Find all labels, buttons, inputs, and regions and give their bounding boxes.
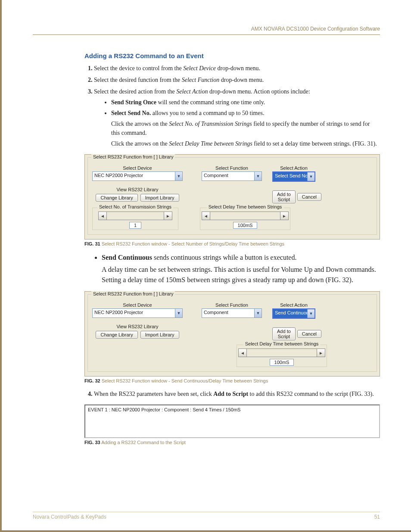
bullet-send-continuous: Send Continuous sends continuous strings… (102, 252, 380, 285)
event-line: EVENT 1 : NEC NP2000 Projector : Compone… (88, 407, 377, 412)
change-library-button[interactable]: Change Library (96, 331, 137, 339)
select-device-combo[interactable]: NEC NP2000 Projector ▼ (92, 308, 183, 318)
select-action-combo[interactable]: Select Send No. ▼ (272, 171, 315, 182)
figure-33-caption: FIG. 33 Adding a RS232 Command to the Sc… (84, 440, 380, 445)
figure-32-caption: FIG. 32 Select RS232 Function window - S… (84, 378, 380, 383)
arrow-right-icon[interactable]: ► (164, 212, 172, 220)
groupbox-title: Select RS232 Function from [ ] Library (91, 291, 175, 296)
delay-time-value: 100mS (233, 222, 258, 229)
transmission-strings-spinner[interactable]: ◄ ► (98, 212, 172, 220)
arrow-left-icon[interactable]: ◄ (239, 349, 247, 357)
arrow-left-icon[interactable]: ◄ (99, 212, 107, 220)
select-function-combo[interactable]: Component ▼ (202, 171, 262, 181)
chevron-down-icon: ▼ (307, 309, 314, 318)
label-select-action: Select Action (272, 165, 315, 171)
step-3: Select the desired action from the Selec… (94, 87, 380, 148)
step-1: Select the device to control from the Se… (94, 64, 380, 73)
section-title: Adding a RS232 Command to an Event (84, 52, 380, 59)
figure-31: Select RS232 Function from [ ] Library S… (84, 154, 380, 240)
select-function-combo[interactable]: Component ▼ (202, 308, 262, 318)
delay-time-value: 100mS (270, 359, 294, 366)
label-select-device: Select Device (92, 302, 183, 308)
arrow-right-icon[interactable]: ► (317, 349, 325, 357)
cancel-button[interactable]: Cancel (297, 193, 321, 201)
figure-31-caption: FIG. 31 Select RS232 Function window - S… (84, 241, 380, 246)
view-rs232-library-label: View RS232 Library (92, 187, 183, 192)
label-select-function: Select Function (202, 302, 262, 308)
select-device-combo[interactable]: NEC NP2000 Projector ▼ (92, 171, 183, 181)
delay-time-spinner[interactable]: ◄ ► (202, 212, 289, 220)
import-library-button[interactable]: Import Library (140, 331, 179, 339)
label-select-function: Select Function (202, 165, 262, 171)
delay-time-label: Select Delay Time between Strings (243, 341, 321, 346)
change-library-button[interactable]: Change Library (96, 194, 137, 202)
step-4: When the RS232 parameters have been set,… (94, 389, 380, 398)
footer-left: Novara ControlPads & KeyPads (33, 514, 106, 520)
groupbox-title: Select RS232 Function from [ ] Library (91, 154, 175, 159)
bullet-send-string-once: Send String Once will send the command s… (111, 98, 380, 107)
running-header: AMX NOVARA DCS1000 Device Configuration … (33, 26, 380, 35)
delay-time-label: Select Delay Time between Strings (207, 204, 284, 209)
bullet-select-send-no: Select Send No. allows you to send a com… (111, 109, 380, 148)
import-library-button[interactable]: Import Library (140, 194, 179, 202)
step-2: Select the desired function from the Sel… (94, 75, 380, 84)
figure-33-event-list: EVENT 1 : NEC NP2000 Projector : Compone… (84, 404, 380, 438)
chevron-down-icon: ▼ (254, 309, 262, 317)
transmission-strings-value: 1 (129, 222, 141, 229)
label-select-action: Select Action (272, 302, 315, 308)
delay-time-spinner[interactable]: ◄ ► (238, 348, 325, 357)
add-to-script-button[interactable]: Add to Script (272, 190, 296, 203)
add-to-script-button[interactable]: Add to Script (272, 327, 296, 340)
arrow-right-icon[interactable]: ► (280, 212, 288, 220)
arrow-left-icon[interactable]: ◄ (202, 212, 210, 220)
chevron-down-icon: ▼ (307, 172, 314, 181)
chevron-down-icon: ▼ (175, 172, 182, 180)
view-rs232-library-label: View RS232 Library (92, 324, 183, 329)
page-number: 51 (374, 514, 380, 520)
figure-32: Select RS232 Function from [ ] Library S… (84, 291, 380, 376)
label-select-device: Select Device (92, 165, 183, 171)
cancel-button[interactable]: Cancel (297, 330, 321, 338)
chevron-down-icon: ▼ (175, 309, 182, 317)
transmission-strings-label: Select No. of Transmission Strings (97, 204, 173, 209)
select-action-combo[interactable]: Send Continuous ▼ (272, 308, 315, 319)
chevron-down-icon: ▼ (254, 172, 262, 180)
